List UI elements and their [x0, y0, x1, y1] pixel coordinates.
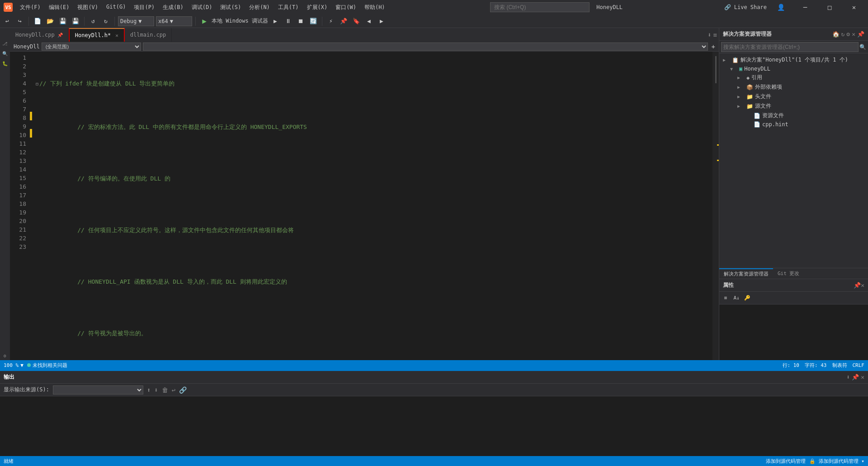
expand-icon[interactable]: ▶ [723, 57, 730, 62]
redo-btn[interactable]: ↪ [14, 16, 25, 27]
props-categories-btn[interactable]: ≡ [721, 294, 730, 303]
debug-extra2[interactable]: 📌 [338, 16, 349, 27]
se-dock-btn[interactable]: 📌 [857, 31, 864, 38]
minimap[interactable] [712, 52, 719, 360]
menu-view[interactable]: 视图(V) [74, 2, 102, 13]
se-search-input[interactable] [721, 42, 859, 52]
output-tool-2[interactable]: ⬇ [154, 386, 158, 394]
member-dropdown[interactable] [143, 43, 708, 51]
output-tool-1[interactable]: ⬆ [147, 386, 151, 394]
tab-list-action[interactable]: ≡ [713, 31, 717, 38]
tree-solution[interactable]: ▶ 📋 解决方案"HoneyDll"(1 个项目/共 1 个) [719, 55, 868, 65]
stop-btn[interactable]: ⏹ [295, 16, 306, 27]
run-btn[interactable]: ▶ [199, 16, 210, 27]
scope-dropdown[interactable]: (全局范围) [42, 43, 141, 51]
props-alpha-btn[interactable]: A↓ [732, 294, 741, 303]
tree-sources[interactable]: ▶ 📁 源文件 [719, 101, 868, 111]
menu-test[interactable]: 测试(S) [217, 2, 245, 13]
expand-icon[interactable]: ▼ [730, 67, 737, 71]
zoom-dropdown[interactable]: ▼ [20, 362, 24, 368]
expand-icon[interactable]: ▶ [737, 104, 745, 109]
save-all-btn[interactable]: 💾 [70, 16, 81, 27]
run-label[interactable]: 本地 Windows 调试器 [212, 17, 268, 25]
menu-build[interactable]: 生成(B) [159, 2, 187, 13]
tree-resources[interactable]: 📄 资源文件 [719, 111, 868, 120]
expand-icon[interactable]: ▶ [737, 75, 745, 80]
se-close-btn[interactable]: ✕ [852, 31, 855, 38]
tab-close-btn[interactable]: ✕ [115, 33, 118, 38]
debug-extra1[interactable]: ⚡ [326, 16, 336, 27]
menu-debug[interactable]: 调试(D) [188, 2, 216, 13]
tree-headers[interactable]: ▶ 📁 头文件 [719, 92, 868, 101]
output-wrap-btn[interactable]: ↩ [172, 386, 175, 394]
debug-extra5[interactable]: ▶ [376, 16, 387, 27]
add-btn[interactable]: + [712, 43, 715, 50]
menu-file[interactable]: 文件(F) [16, 2, 44, 13]
tree-project[interactable]: ▼ ▣ HoneyDLL [719, 65, 868, 73]
code-editor[interactable]: ⊟ // 下列 ifdef 块是创建使从 DLL 导出更简单的 // 宏的标准方… [32, 52, 712, 360]
pause-btn[interactable]: ⏸ [283, 16, 293, 27]
user-icon[interactable]: 👤 [770, 0, 791, 14]
search-box[interactable] [490, 2, 590, 12]
minimize-btn[interactable]: ─ [795, 0, 816, 14]
platform-dropdown[interactable]: x64 ▼ [156, 16, 192, 26]
output-source-select[interactable] [53, 385, 143, 395]
maximize-btn[interactable]: □ [819, 0, 840, 14]
se-refresh-btn[interactable]: ↻ [841, 31, 845, 38]
source-control-link[interactable]: 🔒 添加到源代码管理 ▾ [809, 458, 864, 465]
sidebar-settings-icon[interactable]: ⚙ [0, 351, 9, 360]
se-search-icon[interactable]: 🔍 [859, 44, 866, 50]
open-btn[interactable]: 📂 [45, 16, 56, 27]
se-tab-explorer[interactable]: 解决方案资源管理器 [719, 268, 773, 279]
output-pin-btn[interactable]: ⬇ [846, 374, 850, 380]
tab-pin-action[interactable]: ⬇ [708, 31, 711, 38]
fold-1[interactable]: ⊟ [36, 80, 38, 88]
undo-btn[interactable]: ↩ [2, 16, 13, 27]
zoom-control[interactable]: 100 % ▼ [4, 362, 24, 368]
debug-extra4[interactable]: ◀ [363, 16, 374, 27]
restart-btn[interactable]: 🔄 [308, 16, 319, 27]
se-tab-git[interactable]: Git 更改 [773, 268, 804, 279]
save-btn[interactable]: 💾 [57, 16, 68, 27]
tab-honeydll-cpp[interactable]: HoneyDll.cpp 📌 [10, 28, 69, 42]
menu-git[interactable]: Git(G) [103, 2, 129, 13]
menu-tools[interactable]: 工具(T) [274, 2, 302, 13]
tree-references[interactable]: ▶ ◈ 引用 [719, 73, 868, 82]
se-settings-btn[interactable]: ⚙ [846, 31, 850, 38]
expand-icon[interactable]: ▶ [737, 85, 745, 90]
menu-project[interactable]: 项目(P) [130, 2, 158, 13]
props-close-btn[interactable]: ✕ [861, 282, 864, 289]
close-btn[interactable]: ✕ [844, 0, 864, 14]
menu-help[interactable]: 帮助(H) [361, 2, 389, 13]
menu-analyze[interactable]: 分析(N) [245, 2, 274, 13]
menu-edit[interactable]: 编辑(E) [45, 2, 73, 13]
output-dock-btn[interactable]: 📌 [852, 374, 859, 380]
se-home-btn[interactable]: 🏠 [832, 31, 840, 38]
run-options-btn[interactable]: ▶ [270, 16, 281, 27]
tab-honeydll-h[interactable]: HoneyDll.h* ✕ [69, 28, 125, 42]
undo2-btn[interactable]: ↺ [88, 16, 99, 27]
menu-extensions[interactable]: 扩展(X) [303, 2, 331, 13]
tree-cpphint[interactable]: 📄 cpp.hint [719, 120, 868, 128]
csdn-link[interactable]: 添加到源代码管理 [766, 458, 806, 465]
sidebar-search2-icon[interactable]: 🔍 [0, 49, 9, 58]
editor-container: HoneyDll.cpp 📌 HoneyDll.h* ✕ dllmain.cpp… [10, 28, 719, 360]
menu-window[interactable]: 窗口(W) [332, 2, 360, 13]
redo2-btn[interactable]: ↻ [100, 16, 111, 27]
sidebar-debug-icon[interactable]: 🐛 [0, 59, 9, 68]
tree-external-deps[interactable]: ▶ 📦 外部依赖项 [719, 82, 868, 92]
debug-extra3[interactable]: 🔖 [351, 16, 362, 27]
output-content[interactable] [0, 396, 868, 456]
output-clear-btn[interactable]: 🗑 [162, 386, 168, 394]
debug-config-dropdown[interactable]: Debug ▼ [118, 16, 154, 26]
tab-dllmain-cpp[interactable]: dllmain.cpp [125, 28, 172, 42]
output-close-btn[interactable]: ✕ [861, 374, 864, 380]
output-link-btn[interactable]: 🔗 [179, 386, 187, 394]
props-filter-btn[interactable]: 🔑 [743, 294, 752, 303]
live-share-btn[interactable]: 🔗 Live Share [724, 4, 767, 10]
props-pin-btn[interactable]: 📌 [854, 282, 861, 289]
expand-icon[interactable]: ▶ [737, 94, 745, 99]
new-btn[interactable]: 📄 [32, 16, 43, 27]
sidebar-git-icon[interactable]: ⎇ [0, 39, 9, 48]
scroll-thumb[interactable] [715, 56, 717, 83]
